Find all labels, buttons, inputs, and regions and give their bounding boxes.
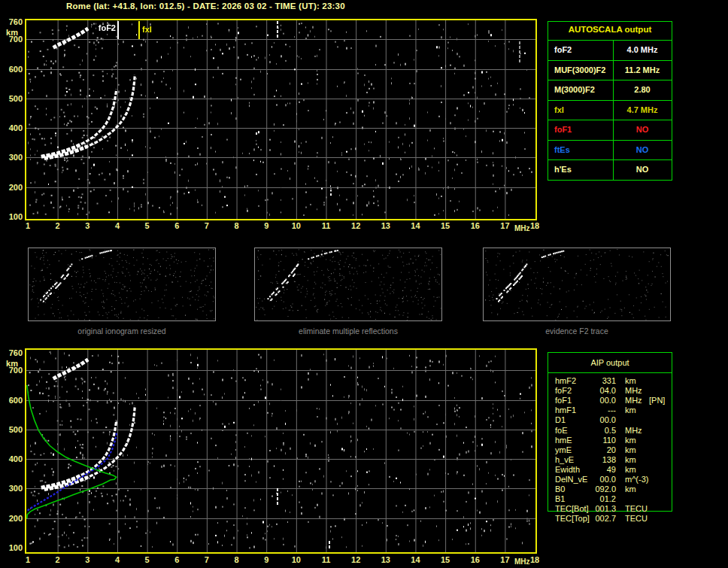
aip-row-unit: km [625, 436, 636, 445]
aip-row-label: ymE [555, 445, 572, 454]
x-tick-label: 16 [471, 221, 480, 230]
aip-row-value: 00.0 [584, 475, 616, 484]
bottom-ionogram-plot [25, 348, 537, 554]
y-tick-label: 100 [0, 543, 23, 552]
aip-row-value: 00.0 [584, 396, 616, 405]
aip-row-label: TEC[Bot] [555, 504, 589, 513]
thumbnail-eliminate-reflections [254, 248, 442, 321]
aip-row-value: 04.0 [584, 386, 616, 395]
autoscala-row-value: 11.2 MHz [613, 65, 672, 74]
x-tick-label: 18 [530, 555, 539, 564]
x-tick-label: 13 [381, 555, 390, 564]
x-tick-label: 14 [411, 555, 420, 564]
aip-row-label: B1 [555, 494, 565, 503]
x-tick-label: 2 [56, 555, 60, 564]
aip-row-label: h_vE [555, 455, 574, 464]
top-ionogram-plot [25, 19, 537, 220]
aip-row-label: hmF1 [555, 405, 576, 415]
fxi-marker-label: fxI [142, 25, 152, 34]
autoscala-row-label: ftEs [554, 145, 570, 154]
y-tick-label: 600 [0, 396, 23, 405]
autoscala-row-label: foF2 [554, 45, 572, 54]
x-tick-label: 9 [264, 221, 268, 230]
x-tick-label: 17 [500, 221, 509, 230]
aip-row-unit: TECU [625, 514, 648, 523]
aip-row-value: 092.0 [584, 484, 616, 494]
autoscala-row-label: foF1 [554, 125, 572, 134]
bottom-x-axis-unit: MHz [514, 557, 530, 566]
top-y-axis-unit: km [2, 28, 23, 37]
thumbnail-original-ionogram [28, 248, 216, 321]
thumbnail-caption-1: original ionogram resized [28, 327, 216, 336]
x-tick-label: 3 [85, 221, 89, 230]
autoscala-row-divider [548, 120, 672, 120]
aip-row-value: 110 [584, 436, 616, 445]
autoscala-row-label: h'Es [554, 165, 572, 174]
aip-row-unit: km [625, 405, 636, 415]
autoscala-row-label: MUF(3000)F2 [554, 65, 605, 74]
aip-row-note: [PN] [649, 396, 665, 405]
aip-row-unit: MHz [625, 396, 642, 405]
thumbnail-evidence-f2-trace [483, 248, 671, 321]
x-tick-label: 11 [322, 221, 331, 230]
aip-row-unit: m^(-3) [625, 475, 648, 484]
x-tick-label: 13 [381, 221, 390, 230]
autoscala-output-table: AUTOSCALA output foF24.0 MHzMUF(3000)F21… [548, 21, 672, 181]
aip-table-header: AIP output [548, 358, 672, 367]
x-tick-label: 7 [205, 555, 209, 564]
aip-row-label: Ewidth [555, 465, 580, 474]
y-tick-label: 500 [0, 425, 23, 434]
autoscala-row-divider [548, 140, 672, 141]
autoscala-row-label: M(3000)F2 [554, 85, 595, 94]
x-tick-label: 8 [234, 221, 238, 230]
fof2-marker-label: foF2 [83, 23, 116, 32]
y-tick-label: 500 [0, 94, 23, 103]
aip-row-label: foE [555, 426, 568, 435]
autoscala-row-divider [548, 100, 672, 101]
aip-row-label: hmF2 [555, 376, 576, 385]
autoscala-row-divider [548, 60, 672, 61]
y-tick-label: 300 [0, 484, 23, 493]
aip-row-unit: MHz [625, 386, 642, 395]
y-tick-label: 300 [0, 153, 23, 162]
y-tick-label: 400 [0, 123, 23, 132]
x-tick-label: 1 [26, 221, 30, 230]
y-tick-label: 600 [0, 65, 23, 74]
top-x-axis-unit: MHz [514, 224, 530, 232]
x-tick-label: 8 [234, 555, 238, 564]
aip-row-label: foF2 [555, 386, 572, 395]
x-tick-label: 18 [530, 221, 539, 230]
aip-header-divider [548, 372, 672, 373]
aip-row-unit: MHz [625, 426, 642, 435]
x-tick-label: 6 [174, 221, 179, 230]
aip-row-value: 49 [584, 465, 616, 474]
x-tick-label: 16 [471, 555, 480, 564]
aip-row-value: 331 [584, 376, 616, 385]
x-tick-label: 1 [26, 555, 30, 564]
x-tick-label: 14 [411, 221, 420, 230]
x-tick-label: 4 [115, 221, 120, 230]
aip-row-unit: km [625, 465, 636, 474]
y-tick-label: 400 [0, 454, 23, 463]
autoscala-header-divider [548, 40, 672, 41]
aip-row-unit: km [625, 455, 636, 464]
x-tick-label: 11 [322, 555, 331, 564]
x-tick-label: 2 [56, 221, 60, 230]
aip-row-value: 0.5 [584, 426, 616, 435]
x-tick-label: 4 [115, 555, 120, 564]
aip-row-label: hmE [555, 436, 572, 445]
autoscala-row-value: 2.80 [613, 85, 672, 94]
aip-row-unit: TECU [625, 504, 648, 513]
x-tick-label: 5 [145, 221, 150, 230]
aip-row-value: 002.7 [584, 514, 616, 523]
y-tick-label: 760 [0, 17, 23, 26]
autoscala-row-divider [548, 159, 672, 160]
x-tick-label: 6 [174, 555, 179, 564]
aip-row-label: B0 [555, 484, 565, 494]
x-tick-label: 10 [292, 221, 301, 230]
aip-row-label: DelN_vE [555, 475, 587, 484]
thumbnail-caption-3: evidence F2 trace [483, 327, 671, 336]
autoscala-app-window: Rome (lat: +41.8, lon: 012.5) - DATE: 20… [0, 0, 728, 568]
y-tick-label: 200 [0, 183, 23, 192]
autoscala-row-value: NO [613, 125, 672, 134]
